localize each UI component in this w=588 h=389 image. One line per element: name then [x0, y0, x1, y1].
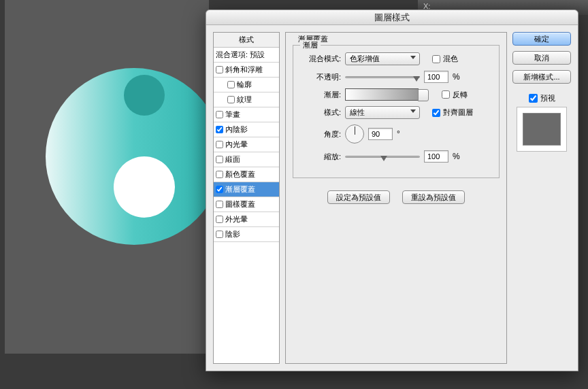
reverse-checkbox[interactable]: 反轉: [442, 90, 468, 100]
style-checkbox[interactable]: [227, 96, 235, 103]
style-row[interactable]: 顏色覆蓋: [214, 167, 279, 182]
style-label: 內陰影: [225, 124, 248, 135]
blend-mode-label: 混合模式:: [300, 54, 341, 64]
style-label: 顏色覆蓋: [225, 169, 255, 180]
scale-slider[interactable]: [345, 152, 420, 161]
style-label: 外光暈: [225, 214, 248, 224]
styles-list: 樣式 混合選項: 預設 斜角和浮雕輪廓紋理筆畫內陰影內光暈緞面顏色覆蓋漸層覆蓋圖…: [213, 32, 280, 364]
fieldset-title: 漸層: [300, 40, 321, 50]
angle-label: 角度:: [300, 129, 341, 139]
style-row[interactable]: 紋理: [214, 92, 279, 107]
angle-input[interactable]: [368, 128, 393, 140]
style-label: 圖樣覆蓋: [225, 199, 255, 209]
blending-options-row[interactable]: 混合選項: 預設: [214, 48, 279, 63]
style-checkbox[interactable]: [216, 201, 223, 208]
align-checkbox[interactable]: 對齊圖層: [432, 107, 473, 118]
style-row[interactable]: 陰影: [214, 227, 279, 242]
gradient-picker[interactable]: [345, 88, 419, 101]
opacity-label: 不透明:: [300, 72, 341, 82]
style-label: 紋理: [237, 95, 252, 105]
dialog-buttons: 確定 取消 新增樣式... 預視: [512, 32, 571, 364]
scale-unit: %: [453, 152, 460, 161]
angle-dial[interactable]: [345, 124, 364, 143]
style-label: 內光暈: [225, 139, 248, 150]
style-row[interactable]: 緞面: [214, 152, 279, 167]
scale-input[interactable]: [424, 150, 448, 163]
gradient-label: 漸層:: [300, 90, 341, 100]
style-label: 緞面: [225, 154, 240, 165]
style-checkbox[interactable]: [216, 156, 223, 163]
dither-checkbox[interactable]: 混色: [432, 54, 458, 64]
style-label: 輪廓: [237, 80, 252, 90]
blend-mode-dropdown[interactable]: 色彩增值: [345, 52, 420, 65]
style-checkbox[interactable]: [216, 231, 223, 238]
style-row[interactable]: 內光暈: [214, 137, 279, 152]
style-row[interactable]: 斜角和浮雕: [214, 63, 279, 78]
style-checkbox[interactable]: [216, 111, 223, 118]
style-row[interactable]: 內陰影: [214, 122, 279, 137]
opacity-input[interactable]: [424, 71, 448, 83]
opacity-unit: %: [453, 72, 460, 82]
style-checkbox[interactable]: [216, 171, 223, 178]
layer-style-dialog: 圖層樣式 樣式 混合選項: 預設 斜角和浮雕輪廓紋理筆畫內陰影內光暈緞面顏色覆蓋…: [206, 10, 578, 371]
style-dropdown[interactable]: 線性: [345, 106, 420, 119]
opacity-slider[interactable]: [345, 72, 420, 82]
style-row[interactable]: 筆畫: [214, 107, 279, 122]
style-label: 樣式:: [300, 107, 341, 118]
style-checkbox[interactable]: [227, 81, 235, 88]
dialog-title: 圖層樣式: [206, 10, 578, 25]
style-label: 漸層覆蓋: [225, 184, 255, 194]
cancel-button[interactable]: 取消: [512, 51, 571, 65]
style-checkbox[interactable]: [216, 66, 223, 73]
style-checkbox[interactable]: [216, 216, 223, 223]
style-checkbox[interactable]: [216, 126, 223, 133]
style-row[interactable]: 圖樣覆蓋: [214, 197, 279, 212]
style-label: 筆畫: [225, 109, 240, 120]
style-row[interactable]: 漸層覆蓋: [214, 182, 279, 197]
ok-button[interactable]: 確定: [512, 32, 571, 46]
style-label: 斜角和浮雕: [225, 65, 263, 75]
scale-label: 縮放:: [300, 152, 341, 162]
angle-unit: °: [397, 129, 400, 139]
style-label: 陰影: [225, 229, 240, 239]
style-row[interactable]: 外光暈: [214, 212, 279, 227]
reset-default-button[interactable]: 重設為預設值: [402, 190, 465, 204]
preview-swatch: [523, 113, 561, 146]
make-default-button[interactable]: 設定為預設值: [327, 190, 390, 204]
settings-panel: 漸層覆蓋 漸層 混合模式: 色彩增值 混色 不透明:: [285, 32, 507, 364]
preview-checkbox[interactable]: 預視: [512, 93, 571, 103]
style-checkbox[interactable]: [216, 141, 223, 148]
canvas-background: [5, 0, 209, 354]
styles-header[interactable]: 樣式: [214, 33, 279, 48]
new-style-button[interactable]: 新增樣式...: [512, 70, 571, 84]
style-row[interactable]: 輪廓: [214, 78, 279, 92]
artwork-preview: [46, 68, 223, 245]
style-checkbox[interactable]: [216, 186, 223, 193]
